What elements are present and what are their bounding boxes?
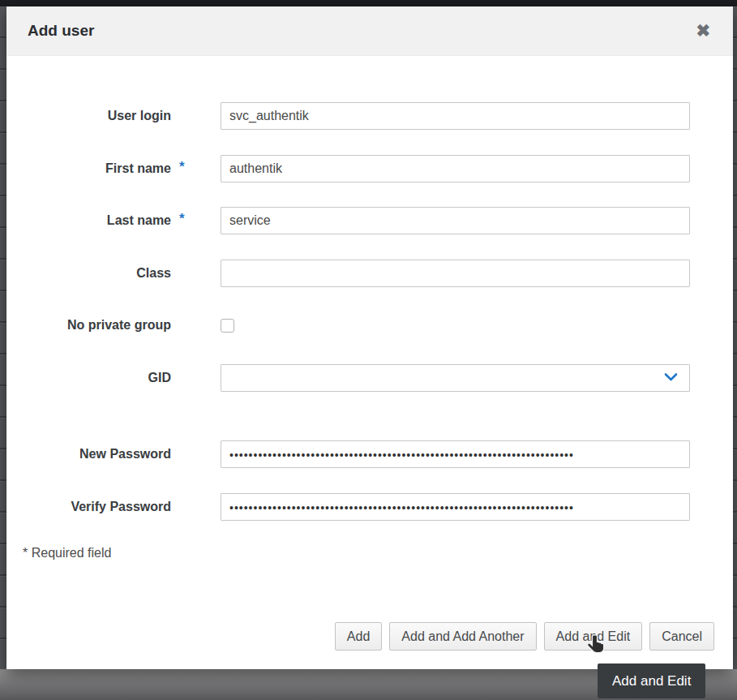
add-and-edit-tooltip: Add and Edit	[598, 663, 705, 698]
dialog-title: Add user	[28, 6, 94, 55]
required-asterisk: *	[179, 159, 185, 175]
add-user-dialog: Add user ✖ User login First name * Last …	[6, 6, 733, 669]
form-row-new-password: New Password	[6, 440, 709, 468]
form-row-last-name: Last name *	[6, 207, 709, 234]
user-login-input[interactable]	[221, 102, 690, 130]
last-name-label: Last name	[6, 213, 171, 228]
chevron-down-icon	[664, 372, 678, 382]
form-row-verify-password: Verify Password	[6, 493, 709, 521]
add-user-modal-page: Add user ✖ User login First name * Last …	[0, 0, 737, 700]
add-and-edit-button[interactable]: Add and Edit	[544, 622, 643, 651]
verify-password-label: Verify Password	[6, 500, 171, 514]
form-row-no-private-group: No private group	[6, 311, 709, 339]
dimmed-page-backdrop-right	[733, 6, 737, 669]
user-login-label: User login	[6, 109, 171, 123]
required-field-note: * Required field	[23, 546, 111, 560]
add-button[interactable]: Add	[335, 622, 382, 651]
dimmed-navbar-backdrop	[0, 0, 737, 6]
class-label: Class	[6, 266, 171, 281]
required-asterisk: *	[179, 211, 185, 227]
no-private-group-checkbox[interactable]	[221, 319, 234, 333]
close-icon[interactable]: ✖	[691, 6, 715, 55]
no-private-group-label: No private group	[6, 318, 171, 333]
form-row-gid: GID	[6, 364, 709, 392]
gid-select[interactable]	[221, 364, 690, 392]
first-name-label: First name	[6, 161, 171, 176]
class-input[interactable]	[221, 260, 690, 287]
dialog-body: User login First name * Last name * Clas…	[6, 56, 733, 669]
form-row-class: Class	[6, 260, 709, 287]
form-row-first-name: First name *	[6, 155, 709, 183]
dialog-header: Add user ✖	[6, 6, 733, 56]
new-password-label: New Password	[6, 447, 171, 462]
new-password-input[interactable]	[221, 440, 690, 468]
dialog-footer: Add Add and Add Another Add and Edit Can…	[335, 622, 714, 651]
verify-password-input[interactable]	[221, 493, 690, 521]
cancel-button[interactable]: Cancel	[649, 622, 714, 651]
first-name-input[interactable]	[221, 155, 690, 183]
form-row-user-login: User login	[6, 102, 709, 130]
dimmed-page-backdrop-left	[0, 6, 6, 669]
last-name-input[interactable]	[221, 207, 690, 234]
gid-label: GID	[6, 371, 171, 385]
add-and-add-another-button[interactable]: Add and Add Another	[389, 622, 536, 651]
